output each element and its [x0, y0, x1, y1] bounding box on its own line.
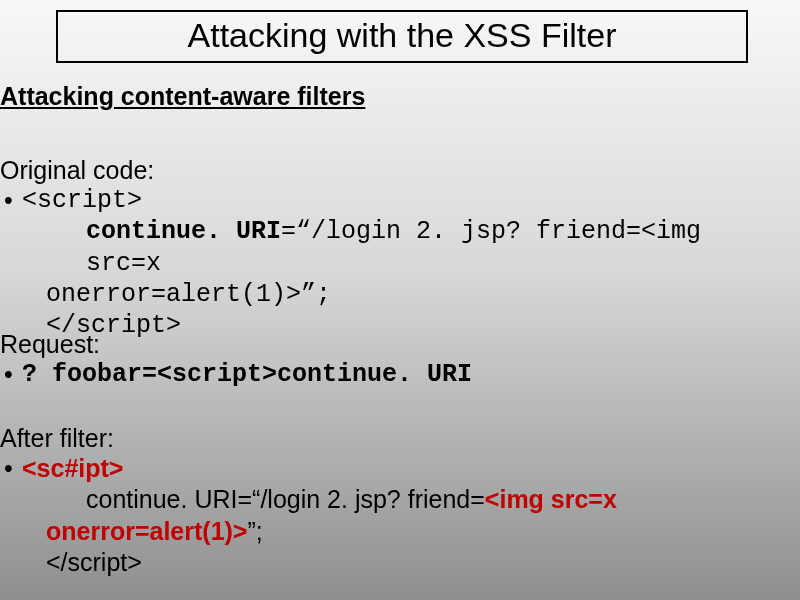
request-bullet: • ? foobar=<script>continue. URI — [0, 359, 780, 390]
after-line3-post: ”; — [247, 517, 262, 545]
original-code-block: Original code: • <script> continue. URI=… — [0, 156, 780, 341]
bullet-dot: • — [4, 453, 22, 483]
request-block: Request: • ? foobar=<script>continue. UR… — [0, 330, 780, 390]
request-body: ? foobar=<script>continue. URI — [22, 359, 780, 390]
original-label: Original code: — [0, 156, 780, 185]
slide-title: Attacking with the XSS Filter — [188, 16, 617, 54]
orig-line3: onerror=alert(1)>”; — [22, 279, 780, 310]
after-line2-red: <img src=x — [485, 485, 617, 513]
after-bullet: • <sc#ipt> continue. URI=“/login 2. jsp?… — [0, 453, 780, 578]
after-line1: <sc#ipt> — [22, 454, 123, 482]
bullet-dot: • — [4, 359, 22, 389]
title-box: Attacking with the XSS Filter — [56, 10, 748, 63]
after-line4: </script> — [22, 547, 780, 578]
after-label: After filter: — [0, 424, 780, 453]
original-bullet: • <script> continue. URI=“/login 2. jsp?… — [0, 185, 780, 341]
request-label: Request: — [0, 330, 780, 359]
slide: Attacking with the XSS Filter Attacking … — [0, 0, 800, 600]
after-body: <sc#ipt> continue. URI=“/login 2. jsp? f… — [22, 453, 780, 578]
slide-subtitle: Attacking content-aware filters — [0, 82, 365, 111]
after-line2-pre: continue. URI=“/login 2. jsp? friend= — [86, 485, 485, 513]
bullet-dot: • — [4, 185, 22, 215]
orig-line1: <script> — [22, 186, 142, 215]
orig-line2-pre: continue. URI — [86, 217, 281, 246]
after-filter-block: After filter: • <sc#ipt> continue. URI=“… — [0, 424, 780, 578]
after-line3-red: onerror=alert(1)> — [46, 517, 247, 545]
original-body: <script> continue. URI=“/login 2. jsp? f… — [22, 185, 780, 341]
